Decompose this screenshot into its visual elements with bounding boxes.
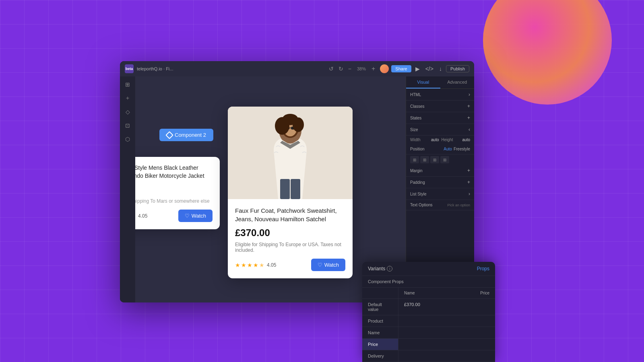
prop-row-product[interactable]: Product: [362, 315, 495, 327]
share-button[interactable]: Share: [391, 65, 411, 72]
card-small-title: Terminator Style Mens Black Leather Marl…: [135, 164, 213, 180]
panel-text-options-section: Text Options Pick an option: [406, 200, 474, 210]
tab-visual[interactable]: Visual: [406, 76, 440, 88]
comp-props-header: Component Props: [362, 276, 495, 288]
align-right-button[interactable]: ⊞: [430, 156, 439, 163]
width-label: Width: [410, 138, 429, 142]
variants-title: Variants i: [368, 266, 392, 272]
user-avatar: [380, 64, 389, 73]
component-2-button[interactable]: Component 2: [159, 129, 213, 141]
download-button[interactable]: ↓: [438, 65, 444, 73]
prop-value-delivery: [398, 350, 495, 362]
position-label: Position: [410, 147, 425, 151]
card-small-stars: ★ ★ ★ ★ ★ 4.05: [135, 213, 147, 219]
svg-rect-7: [280, 179, 290, 199]
variants-info-icon: i: [387, 266, 392, 272]
table-name-header: Name: [404, 291, 415, 295]
margin-add-button[interactable]: +: [467, 168, 470, 173]
prop-label-product: Product: [362, 315, 398, 327]
lg-star-half: ★: [259, 262, 264, 268]
sidebar-icon-add[interactable]: ＋: [123, 93, 132, 103]
panel-padding-section: Padding +: [406, 177, 474, 188]
prop-col-right-header: Name Price: [398, 288, 495, 298]
prop-table-header-row: Name Price: [362, 288, 495, 299]
align-full-button[interactable]: ⊞: [440, 156, 449, 163]
prop-value-product: [398, 315, 495, 327]
text-options-label: Text Options: [410, 203, 433, 207]
card-small-rating: 4.05: [138, 213, 147, 219]
classes-label: Classes: [410, 104, 425, 109]
card-large-content: Faux Fur Coat, Patchwork Sweatshirt, Jea…: [228, 199, 353, 278]
list-style-chevron-button[interactable]: ›: [469, 191, 470, 197]
default-val-content: £370.00: [398, 299, 495, 315]
browser-url: teleporthQ.io · Fi...: [137, 66, 324, 71]
sidebar-icon-image[interactable]: ⊡: [123, 121, 132, 130]
prop-value-price: [398, 339, 495, 350]
card-small-watch-button[interactable]: ♡ Watch: [178, 210, 213, 222]
play-button[interactable]: ▶: [414, 65, 421, 73]
card-large-watch-button[interactable]: ♡ Watch: [311, 259, 345, 271]
sidebar-icon-component[interactable]: ⬡: [123, 134, 132, 144]
card-small-watch-label: Watch: [192, 213, 206, 219]
props-tab-button[interactable]: Props: [477, 266, 489, 272]
prop-row-delivery[interactable]: Delivery: [362, 350, 495, 362]
panel-states-section: States +: [406, 112, 474, 124]
prop-label-price: Price: [362, 339, 398, 350]
margin-label: Margin: [410, 169, 423, 173]
classes-add-button[interactable]: +: [467, 103, 470, 109]
panel-list-style-section: List Style ›: [406, 188, 474, 200]
fashion-model-svg: [228, 107, 353, 199]
align-left-button[interactable]: ⊞: [410, 156, 419, 163]
star-half: ★: [135, 213, 136, 219]
prop-row-price[interactable]: Price: [362, 339, 495, 350]
padding-add-button[interactable]: +: [467, 179, 470, 185]
table-price-header: Price: [480, 291, 489, 295]
prop-label-name: Name: [362, 327, 398, 338]
variants-panel: Variants i Props Component Props Name Pr…: [362, 262, 495, 362]
left-sidebar: ⊞ ＋ ◇ ⊡ ⬡: [120, 76, 135, 302]
height-label: Height: [442, 138, 460, 142]
align-center-button[interactable]: ⊞: [420, 156, 429, 163]
svg-point-11: [282, 114, 298, 125]
size-chevron-button[interactable]: ‹: [469, 127, 470, 132]
prop-row-name[interactable]: Name: [362, 327, 495, 339]
card-large-rating: 4.05: [267, 262, 276, 268]
position-auto-button[interactable]: Auto: [444, 147, 452, 151]
redo-button[interactable]: ↻: [337, 65, 345, 73]
card-large-image: [228, 107, 353, 199]
lg-star-2: ★: [241, 262, 246, 268]
tab-advanced[interactable]: Advanced: [440, 76, 475, 88]
card-small-bottom: ★ ★ ★ ★ ★ 4.05 ♡ Watch: [135, 210, 213, 222]
size-label: Size: [410, 128, 418, 132]
heart-icon-small: ♡: [185, 213, 190, 219]
panel-tabs: Visual Advanced: [406, 76, 474, 89]
card-large-watch-label: Watch: [324, 262, 339, 268]
text-options-value: Pick an option: [447, 203, 470, 207]
variants-label: Variants: [368, 266, 385, 272]
states-label: States: [410, 116, 421, 120]
panel-margin-section: Margin +: [406, 165, 474, 177]
prop-col-left-header: [362, 288, 398, 298]
panel-size-section: Size ‹: [406, 124, 474, 136]
zoom-in-button[interactable]: +: [370, 65, 377, 72]
html-chevron-button[interactable]: ›: [469, 92, 470, 97]
card-large-title: Faux Fur Coat, Patchwork Sweatshirt, Jea…: [235, 206, 345, 223]
svg-rect-8: [291, 179, 300, 199]
panel-size-row: Width auto Height auto: [406, 136, 474, 144]
lg-star-4: ★: [253, 262, 258, 268]
heart-icon-large: ♡: [318, 262, 322, 268]
variants-header: Variants i Props: [362, 262, 495, 276]
zoom-level: 38%: [355, 66, 368, 71]
zoom-out-button[interactable]: −: [347, 65, 353, 73]
states-add-button[interactable]: +: [467, 115, 470, 121]
publish-button[interactable]: Publish: [446, 65, 469, 72]
lg-star-3: ★: [247, 262, 252, 268]
sidebar-icon-layers[interactable]: ⊞: [123, 80, 132, 89]
sidebar-icon-shape[interactable]: ◇: [123, 107, 132, 117]
undo-button[interactable]: ↺: [327, 65, 335, 73]
browser-logo: beta: [125, 64, 134, 73]
width-value: auto: [431, 138, 439, 142]
code-button[interactable]: </>: [424, 65, 435, 73]
card-small-delivery: Eligible for Shipping To Mars or somewhe…: [135, 198, 213, 204]
position-freestyle-button[interactable]: Freestyle: [454, 147, 470, 151]
